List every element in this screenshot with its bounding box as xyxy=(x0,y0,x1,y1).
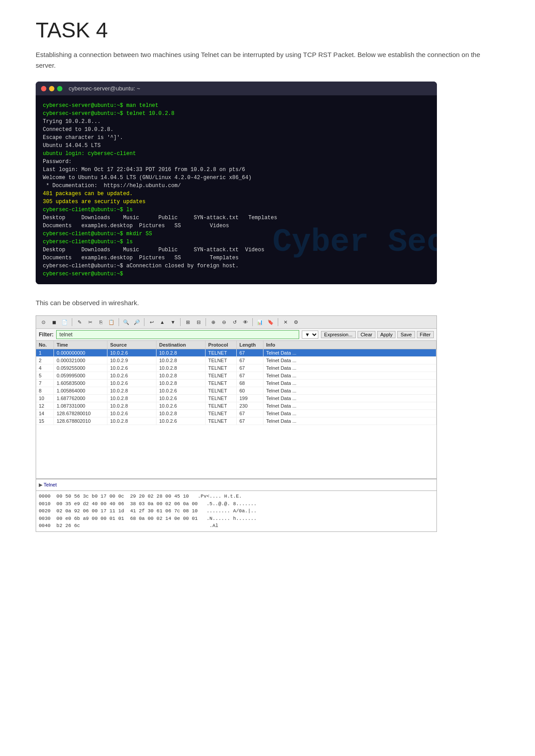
packet-cell: 10.0.2.6 xyxy=(107,349,156,356)
ws-icon-stop[interactable]: ◼ xyxy=(49,318,58,327)
packet-cell: 0.000000000 xyxy=(54,349,107,356)
packet-cell: 7 xyxy=(36,380,54,387)
ws-icon-zoom-in[interactable]: ⊕ xyxy=(209,318,218,327)
ws-icon-goto[interactable]: ↩ xyxy=(147,318,156,327)
terminal-line: ubuntu login: cybersec-client xyxy=(43,150,430,158)
apply-button[interactable]: Apply xyxy=(377,331,396,338)
terminal-line: cybersec-server@ubuntu:~$ telnet 10.0.2.… xyxy=(43,110,430,118)
packet-cell: 0.059255000 xyxy=(54,364,107,372)
ws-icon-copy[interactable]: ⎘ xyxy=(96,318,105,327)
detail-telnet[interactable]: Telnet xyxy=(39,481,434,489)
terminal-line: cybersec-client@ubuntu:~$ aConnection cl… xyxy=(43,262,430,270)
hex-line: 0010 00 35 e9 d2 40 00 40 06 38 03 0a 00… xyxy=(39,500,434,508)
packet-cell: 10.0.2.8 xyxy=(156,349,206,356)
ws-sep-6 xyxy=(252,318,253,326)
terminal-close-dot xyxy=(41,86,46,91)
filter-dropdown[interactable]: ▼ xyxy=(302,331,318,339)
packet-row[interactable]: 10.00000000010.0.2.610.0.2.8TELNET67Teln… xyxy=(36,349,436,357)
save-button[interactable]: Save xyxy=(397,331,415,338)
packet-cell: 10.0.2.8 xyxy=(107,417,156,425)
hex-line: 0040 b2 26 6c .Al xyxy=(39,522,434,530)
packet-cell: 5 xyxy=(36,372,54,379)
filter-input[interactable] xyxy=(56,330,299,339)
packet-row[interactable]: 71.60583500010.0.2.610.0.2.8TELNET68Teln… xyxy=(36,380,436,387)
packet-cell: 10.0.2.6 xyxy=(156,387,206,394)
packet-cell: 4 xyxy=(36,364,54,372)
packet-cell: 1.087331000 xyxy=(54,402,107,409)
ws-icon-eye[interactable]: 👁 xyxy=(241,318,250,327)
packet-cell: 67 xyxy=(237,410,263,417)
task-description: Establishing a connection between two ma… xyxy=(36,49,499,71)
packet-cell: TELNET xyxy=(206,395,237,402)
packet-cell: 12 xyxy=(36,402,54,409)
packet-cell: 230 xyxy=(237,402,263,409)
packet-cell: 15 xyxy=(36,417,54,425)
ws-icon-prev[interactable]: ▲ xyxy=(158,318,167,327)
packet-cell: 10.0.2.6 xyxy=(156,395,206,402)
ws-icon-chart[interactable]: 📊 xyxy=(255,318,264,327)
ws-icon-settings[interactable]: ⚙ xyxy=(292,318,300,327)
ws-icon-close[interactable]: ✕ xyxy=(281,318,290,327)
packet-cell: Telnet Data ... xyxy=(263,364,436,372)
packet-cell: 128.678280010 xyxy=(54,410,107,417)
terminal-line: 305 updates are security updates xyxy=(43,198,430,206)
packet-cell: 0.059995000 xyxy=(54,372,107,379)
wireshark-filter-bar: Filter: ▼ Expression... Clear Apply Save… xyxy=(36,329,436,341)
terminal-body: Cyber Sec cybersec-server@ubuntu:~$ man … xyxy=(36,95,437,284)
packet-row[interactable]: 101.68776200010.0.2.810.0.2.6TELNET199Te… xyxy=(36,395,436,402)
packet-cell: 67 xyxy=(237,357,263,364)
ws-icon-merge[interactable]: ⊟ xyxy=(194,318,203,327)
terminal-line: cybersec-client@ubuntu:~$ ls xyxy=(43,206,430,214)
expression-button[interactable]: Expression... xyxy=(321,331,356,338)
terminal-line: cybersec-server@ubuntu:~$ man telnet xyxy=(43,102,430,110)
terminal-title: cybersec-server@ubuntu: ~ xyxy=(69,85,140,92)
packet-cell: TELNET xyxy=(206,372,237,379)
filter-actions: Expression... Clear Apply Save Filter xyxy=(321,331,434,338)
filter-button[interactable]: Filter xyxy=(417,331,434,338)
packet-row[interactable]: 15128.67880201010.0.2.810.0.2.6TELNET67T… xyxy=(36,417,436,425)
col-source: Source xyxy=(107,341,156,349)
hex-lines: 0000 00 50 56 3c b0 17 00 0c 29 20 02 28… xyxy=(39,493,434,530)
packet-row[interactable]: 81.00586400010.0.2.810.0.2.6TELNET60Teln… xyxy=(36,387,436,395)
packet-cell: 10.0.2.6 xyxy=(107,364,156,372)
packet-cell: 10.0.2.8 xyxy=(156,364,206,372)
terminal-line: Desktop Downloads Music Public SYN-attac… xyxy=(43,214,430,222)
ws-icon-scissors[interactable]: ✂ xyxy=(86,318,95,327)
ws-icon-search[interactable]: 🔍 xyxy=(122,318,131,327)
packet-row[interactable]: 14128.67828001010.0.2.610.0.2.8TELNET67T… xyxy=(36,410,436,417)
packet-list-header: No. Time Source Destination Protocol Len… xyxy=(36,341,436,349)
terminal-line: Connected to 10.0.2.8. xyxy=(43,126,430,134)
packet-cell: 14 xyxy=(36,410,54,417)
ws-icon-next[interactable]: ▼ xyxy=(169,318,177,327)
packet-cell: 8 xyxy=(36,387,54,394)
ws-icon-edit[interactable]: ✎ xyxy=(75,318,84,327)
ws-icon-reset[interactable]: ↺ xyxy=(230,318,239,327)
packet-cell: 10.0.2.6 xyxy=(156,402,206,409)
packet-row[interactable]: 121.08733100010.0.2.810.0.2.6TELNET230Te… xyxy=(36,402,436,410)
packet-cell: 68 xyxy=(237,380,263,387)
packet-row[interactable]: 50.05999500010.0.2.610.0.2.8TELNET67Teln… xyxy=(36,372,436,380)
packet-rows: 10.00000000010.0.2.610.0.2.8TELNET67Teln… xyxy=(36,349,436,425)
hex-line: 0030 00 e0 6b a9 00 00 01 01 68 0a 00 02… xyxy=(39,515,434,523)
packet-cell: 10.0.2.8 xyxy=(107,395,156,402)
ws-icon-bookmark[interactable]: 🔖 xyxy=(266,318,275,327)
hex-pane: 0000 00 50 56 3c b0 17 00 0c 29 20 02 28… xyxy=(36,490,436,531)
ws-icon-zoom-out[interactable]: ⊖ xyxy=(219,318,228,327)
packet-row[interactable]: 40.05925500010.0.2.610.0.2.8TELNET67Teln… xyxy=(36,364,436,372)
packet-cell: Telnet Data ... xyxy=(263,417,436,425)
ws-icon-find[interactable]: 🔎 xyxy=(132,318,141,327)
detail-pane: Telnet xyxy=(36,478,436,490)
clear-button[interactable]: Clear xyxy=(358,331,375,338)
packet-row[interactable]: 20.00032100010.0.2.910.0.2.8TELNET67Teln… xyxy=(36,357,436,364)
packet-cell: 1.605835000 xyxy=(54,380,107,387)
packet-cell: TELNET xyxy=(206,349,237,356)
ws-icon-file[interactable]: 📄 xyxy=(60,318,69,327)
terminal-lines: cybersec-server@ubuntu:~$ man telnetcybe… xyxy=(43,102,430,278)
packet-cell: TELNET xyxy=(206,417,237,425)
ws-icon-grid[interactable]: ⊞ xyxy=(183,318,192,327)
filter-label: Filter: xyxy=(39,331,54,338)
ws-icon-circle[interactable]: ⊙ xyxy=(39,318,48,327)
ws-icon-paste[interactable]: 📋 xyxy=(107,318,116,327)
packet-cell: 10.0.2.8 xyxy=(156,357,206,364)
col-protocol: Protocol xyxy=(206,341,237,349)
